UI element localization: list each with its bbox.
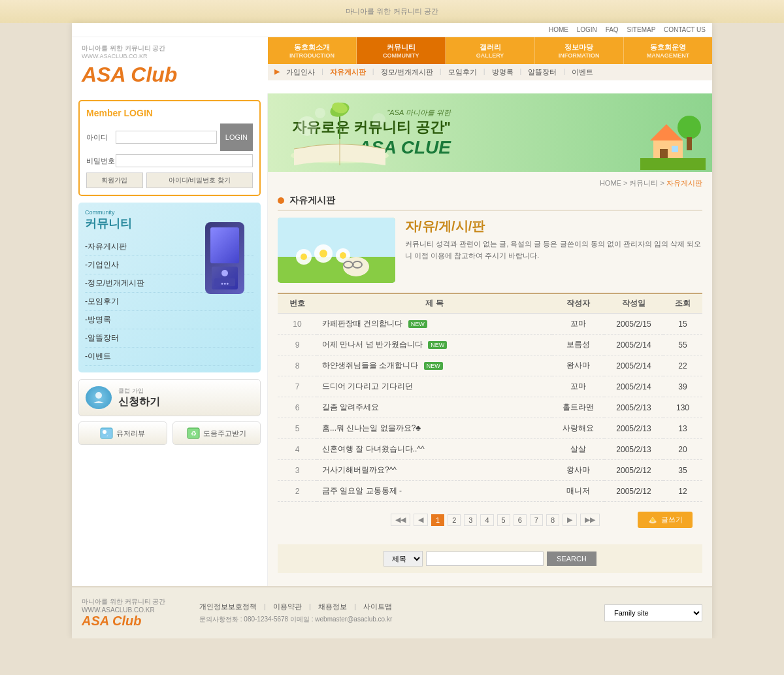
cell-title[interactable]: 금주 일요알 교통통제 - (317, 481, 552, 502)
community-item-market[interactable]: -알뜰장터 (85, 329, 254, 348)
nav-item-gallery[interactable]: 갤러리 GALLERY (446, 37, 534, 64)
user-review-button[interactable]: ✓ 유저리뷰 (78, 421, 167, 445)
page-7[interactable]: 7 (530, 514, 543, 526)
community-item-guestbook[interactable]: -방명록 (85, 311, 254, 329)
cell-title[interactable]: 신혼여행 잘 다녀왔습니다..^^ (317, 439, 552, 460)
page-2[interactable]: 2 (448, 514, 461, 526)
table-row[interactable]: 5흠...뭐 신나는일 없을까요?♣사랑해요2005/2/1313 (278, 418, 702, 439)
sep4: | (483, 67, 485, 77)
cell-no: 7 (278, 376, 317, 397)
footer-jobs[interactable]: 채용정보 (318, 602, 347, 610)
sub-nav-join[interactable]: 가입인사 (286, 67, 315, 77)
svg-rect-24 (278, 218, 395, 257)
svg-text:✓: ✓ (106, 434, 108, 437)
join-btn[interactable]: 회원가입 (86, 173, 143, 188)
section-dot (278, 197, 284, 204)
cell-date: 2005/2/13 (604, 418, 663, 439)
cell-author: 왕사마 (552, 460, 604, 481)
table-row[interactable]: 3거사기해버릴까요?^^왕사마2005/2/1235 (278, 460, 702, 481)
cell-title[interactable]: 드디어 기다리고 기다리던 (317, 376, 552, 397)
footer-terms[interactable]: 이용약관 (273, 602, 302, 610)
svg-point-14 (297, 116, 317, 136)
community-item-event[interactable]: -이벤트 (85, 348, 254, 366)
cell-views: 12 (663, 481, 702, 502)
join-icon (86, 386, 112, 409)
cell-date: 2005/2/13 (604, 397, 663, 418)
page-1[interactable]: 1 (431, 514, 444, 526)
svg-point-15 (372, 113, 385, 126)
find-btn[interactable]: 아이디/비밀번호 찾기 (146, 173, 253, 188)
search-input[interactable] (426, 552, 544, 566)
cell-title[interactable]: 어제 만나서 넘 반가웠습니다 NEW (317, 335, 552, 355)
login-pw-input[interactable] (116, 154, 253, 167)
nav-login[interactable]: LOGIN (577, 26, 597, 33)
nav-item-manage[interactable]: 동호회운영 MANAGEMENT (624, 37, 712, 64)
table-row[interactable]: 7드디어 기다리고 기다리던꼬마2005/2/1439 (278, 376, 702, 397)
nav-arrow: ▶ (274, 67, 280, 77)
page-6[interactable]: 6 (514, 514, 527, 526)
cell-views: 130 (663, 397, 702, 418)
table-row[interactable]: 10카페판장때 건의합니다 NEW꼬마2005/2/1515 (278, 314, 702, 335)
table-row[interactable]: 8하얀생쥐님들을 소개합니다 NEW왕사마2005/2/1422 (278, 355, 702, 376)
cell-author: 홀트라맨 (552, 397, 604, 418)
sub-nav-free[interactable]: 자유게시판 (330, 67, 366, 77)
write-button[interactable]: 글쓰기 (638, 512, 693, 528)
cell-title[interactable]: 하얀생쥐님들을 소개합니다 NEW (317, 355, 552, 376)
nav-item-info[interactable]: 정보마당 INFORMATION (535, 37, 624, 64)
sub-nav-review[interactable]: 모임후기 (448, 67, 477, 77)
nav-item-community[interactable]: 커뮤니티 COMMUNITY (357, 37, 446, 64)
help-button[interactable]: ♻ 도움주고받기 (172, 421, 261, 445)
nav-contact[interactable]: CONTACT US (664, 26, 706, 33)
login-pw-label: 비밀번호 (86, 156, 116, 166)
nav-item-intro[interactable]: 동호회소개 INTRODUCTION (268, 37, 357, 64)
cell-title[interactable]: 흠...뭐 신나는일 없을까요?♣ (317, 418, 552, 439)
cell-no: 4 (278, 439, 317, 460)
join-main-text: 신청하기 (118, 395, 160, 409)
footer-privacy[interactable]: 개인정보보호정책 (199, 602, 257, 610)
search-button[interactable]: SEARCH (547, 552, 596, 566)
nav-faq[interactable]: FAQ (606, 26, 619, 33)
svg-point-16 (315, 108, 325, 118)
sidebar-buttons: 클럽 가입 신청하기 ✓ 유저리뷰 (78, 379, 261, 445)
login-button[interactable]: LOGIN (220, 123, 253, 151)
page-last[interactable]: ▶▶ (580, 514, 600, 526)
cell-title[interactable]: 거사기해버릴까요?^^ (317, 460, 552, 481)
cell-title[interactable]: 카페판장때 건의합니다 NEW (317, 314, 552, 335)
page-numbers: ◀◀ ◀ 1 2 3 4 5 6 7 8 ▶ ▶▶ (391, 514, 600, 526)
page-next[interactable]: ▶ (563, 514, 577, 526)
svg-point-0 (221, 270, 228, 276)
phone-shape: ●●● (205, 222, 244, 294)
page-8[interactable]: 8 (546, 514, 559, 526)
sub-nav-guestbook[interactable]: 방명록 (492, 67, 514, 77)
svg-point-29 (319, 250, 327, 257)
table-row[interactable]: 2금주 일요알 교통통제 -매니저2005/2/1212 (278, 481, 702, 502)
page-first[interactable]: ◀◀ (391, 514, 410, 526)
board-desc: 커뮤니티 성격과 관련이 없는 글, 욕설의 글 등은 글쓴이의 동의 없이 관… (405, 239, 702, 261)
login-box: Member LOGIN 아이디 LOGIN 비밀번호 회원가입 아이디/비밀번… (78, 100, 261, 196)
logo-area: 마니아를 위한 커뮤니티 공간 WWW.ASACLUB.CO.KR ASA Cl… (72, 37, 268, 93)
login-id-input[interactable] (116, 131, 217, 144)
family-site-select[interactable]: Family site ASA Club ASA Gallery (604, 604, 702, 621)
join-club-button[interactable]: 클럽 가입 신청하기 (78, 379, 261, 416)
footer-sitemap[interactable]: 사이트맵 (363, 602, 392, 610)
cell-title[interactable]: 길좀 알려주세요 (317, 397, 552, 418)
table-row[interactable]: 9어제 만나서 넘 반가웠습니다 NEW보름성2005/2/1455 (278, 335, 702, 355)
sub-nav-market[interactable]: 알뜰장터 (528, 67, 557, 77)
cell-author: 꼬마 (552, 314, 604, 335)
page-prev[interactable]: ◀ (414, 514, 428, 526)
table-row[interactable]: 6길좀 알려주세요홀트라맨2005/2/13130 (278, 397, 702, 418)
search-type-select[interactable]: 제목 (384, 551, 423, 567)
page-5[interactable]: 5 (497, 514, 510, 526)
table-row[interactable]: 4신혼여행 잘 다녀왔습니다..^^살살2005/2/1320 (278, 439, 702, 460)
main-container: HOME LOGIN FAQ SITEMAP CONTACT US 마니아를 위… (72, 23, 712, 638)
cell-date: 2005/2/12 (604, 481, 663, 502)
nav-home[interactable]: HOME (549, 26, 568, 33)
sub-nav-event[interactable]: 이벤트 (572, 67, 593, 77)
cell-views: 15 (663, 314, 702, 335)
page-4[interactable]: 4 (480, 514, 493, 526)
sub-nav-meeting[interactable]: 정모/번개게시판 (381, 67, 433, 77)
cell-date: 2005/2/14 (604, 335, 663, 355)
cell-views: 35 (663, 460, 702, 481)
page-3[interactable]: 3 (464, 514, 477, 526)
nav-sitemap[interactable]: SITEMAP (627, 26, 655, 33)
